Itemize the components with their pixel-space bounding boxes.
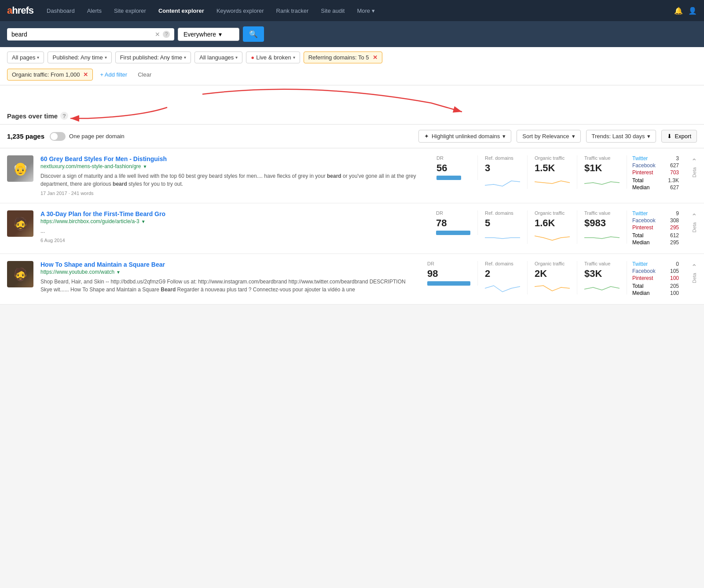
languages-caret-icon: ▾ [235, 55, 238, 60]
filter-all-pages[interactable]: All pages ▾ [7, 51, 44, 63]
twitter-value-3: 0 [676, 261, 679, 267]
search-input[interactable] [11, 31, 152, 38]
nav-alerts[interactable]: Alerts [83, 6, 106, 16]
location-dropdown[interactable]: Everywhere ▾ [178, 28, 239, 41]
url-dropdown-icon-3[interactable]: ▼ [116, 270, 121, 275]
filter-first-published[interactable]: First published: Any time ▾ [115, 51, 191, 63]
stat-organic-traffic-2: Organic traffic 1.6K [528, 210, 577, 244]
organic-traffic-chart-2 [535, 232, 570, 244]
sort-caret-icon: ▾ [572, 133, 575, 140]
result-content-2: A 30-Day Plan for the First-Time Beard G… [40, 210, 422, 246]
result-title-3[interactable]: How To Shape and Maintain a Square Bear [40, 261, 413, 268]
organic-traffic-remove-icon[interactable]: ✕ [83, 71, 88, 78]
result-stats-3: DR 98 Ref. domains 2 Organic traffic 2K [420, 261, 684, 297]
pages-over-time-help-icon[interactable]: ? [60, 112, 68, 120]
search-button[interactable]: 🔍 [243, 26, 264, 42]
highlight-caret-icon: ▾ [502, 133, 506, 140]
stat-dr-2: DR 78 [429, 210, 478, 235]
median-value-3: 100 [670, 290, 679, 296]
detail-label-2[interactable]: Deta [692, 222, 697, 232]
filter-referring-domains[interactable]: Referring domains: To 5 ✕ [304, 51, 382, 63]
stat-ref-domains-1: Ref. domains 3 [478, 155, 528, 189]
social-stats-2: Twitter 9 Facebook 308 Pinterest 295 Tot… [627, 210, 684, 246]
results-list: 👴 60 Grey Beard Styles For Men - Disting… [0, 148, 704, 305]
nav-keywords-explorer[interactable]: Keywords explorer [212, 6, 268, 16]
nav-more[interactable]: More ▾ [352, 6, 379, 16]
nav-content-explorer[interactable]: Content explorer [154, 6, 209, 16]
facebook-value-1: 627 [670, 162, 679, 169]
detail-label-1[interactable]: Deta [692, 167, 697, 177]
search-help-icon[interactable]: ? [163, 31, 170, 38]
notifications-icon[interactable]: 🔔 [674, 7, 683, 15]
expand-chevron-2[interactable]: ⌃ [691, 212, 697, 220]
stat-organic-traffic-1: Organic traffic 1.5K [528, 155, 577, 189]
result-snippet-2: ... [40, 227, 422, 235]
expand-chevron-3[interactable]: ⌃ [691, 263, 697, 271]
traffic-value-chart-2 [584, 232, 620, 244]
nav-site-audit[interactable]: Site audit [316, 6, 349, 16]
url-dropdown-icon-2[interactable]: ▼ [141, 219, 146, 224]
filter-organic-traffic[interactable]: Organic traffic: From 1,000 ✕ [7, 69, 93, 81]
nav-dashboard[interactable]: Dashboard [42, 6, 79, 16]
search-clear-icon[interactable]: ✕ [155, 31, 160, 38]
result-title-1[interactable]: 60 Grey Beard Styles For Men - Distingui… [40, 155, 422, 162]
twitter-label-3: Twitter [632, 261, 648, 267]
dr-bar-1 [436, 176, 461, 180]
table-row: 👴 60 Grey Beard Styles For Men - Disting… [0, 148, 704, 203]
referring-domains-remove-icon[interactable]: ✕ [373, 54, 378, 61]
nav-rank-tracker[interactable]: Rank tracker [272, 6, 313, 16]
dr-bar-3 [427, 281, 470, 286]
trends-caret-icon: ▾ [647, 133, 650, 140]
result-thumbnail-3: 🧔 [7, 261, 33, 287]
median-label-2: Median [632, 239, 649, 246]
result-url-2: https://www.birchbox.com/guide/article/a… [40, 218, 422, 224]
result-url-1: nextluxury.com/mens-style-and-fashion/gr… [40, 163, 422, 169]
highlight-unlinked-button[interactable]: ✦ Highlight unlinked domains ▾ [418, 130, 511, 143]
result-stats-1: DR 56 Ref. domains 3 Organic traffic 1.5… [429, 155, 684, 196]
result-thumbnail-2: 🧔 [7, 210, 33, 237]
filters-bar: All pages ▾ Published: Any time ▾ First … [0, 47, 704, 85]
live-broken-caret-icon: ▾ [293, 55, 295, 60]
result-title-2[interactable]: A 30-Day Plan for the First-Time Beard G… [40, 210, 422, 217]
facebook-label-2: Facebook [632, 217, 656, 224]
expand-chevron-1[interactable]: ⌃ [691, 157, 697, 165]
search-input-wrap: ✕ ? [7, 28, 174, 40]
median-label-1: Median [632, 184, 649, 191]
total-value-2: 612 [670, 232, 679, 239]
dr-bar-2 [436, 231, 470, 235]
ref-domains-chart-1 [485, 176, 520, 189]
result-thumbnail: 👴 [7, 155, 33, 182]
logo: ahrefs [7, 5, 33, 16]
url-dropdown-icon[interactable]: ▼ [143, 164, 147, 169]
pages-over-time-title: Pages over time [7, 112, 58, 120]
user-icon[interactable]: 👤 [688, 7, 697, 15]
filter-published[interactable]: Published: Any time ▾ [48, 51, 111, 63]
median-label-3: Median [632, 290, 649, 296]
stat-dr-3: DR 98 [420, 261, 478, 286]
total-label-1: Total [632, 177, 643, 184]
ref-domains-chart-2 [485, 232, 520, 244]
nav-site-explorer[interactable]: Site explorer [110, 6, 150, 16]
pinterest-value-3: 100 [670, 275, 679, 281]
clear-filters-button[interactable]: Clear [134, 69, 155, 80]
stat-dr-1: DR 56 [429, 155, 478, 180]
result-snippet-3: Shop Beard, Hair, and Skin -- http://bdb… [40, 278, 413, 294]
total-value-1: 1.3K [668, 177, 679, 184]
filter-live-broken[interactable]: ● Live & broken ▾ [246, 51, 300, 63]
total-label-2: Total [632, 232, 643, 239]
top-navigation: ahrefs Dashboard Alerts Site explorer Co… [0, 0, 704, 21]
export-button[interactable]: ⬇ Export [661, 130, 697, 143]
pinterest-label-2: Pinterest [632, 224, 653, 231]
detail-label-3[interactable]: Deta [692, 273, 697, 283]
facebook-value-3: 105 [670, 268, 679, 274]
add-filter-button[interactable]: + Add filter [96, 69, 131, 80]
pinterest-label-1: Pinterest [632, 169, 653, 176]
filter-all-languages[interactable]: All languages ▾ [194, 51, 242, 63]
one-page-per-domain-toggle[interactable] [50, 132, 66, 141]
stat-traffic-value-2: Traffic value $983 [577, 210, 627, 244]
twitter-value-2: 9 [676, 210, 679, 217]
trends-button[interactable]: Trends: Last 30 days ▾ [586, 130, 656, 143]
result-snippet-1: Discover a sign of maturity and a life w… [40, 172, 422, 188]
one-page-per-domain-toggle-wrap: One page per domain [50, 132, 125, 141]
sort-by-button[interactable]: Sort by Relevance ▾ [517, 130, 580, 143]
